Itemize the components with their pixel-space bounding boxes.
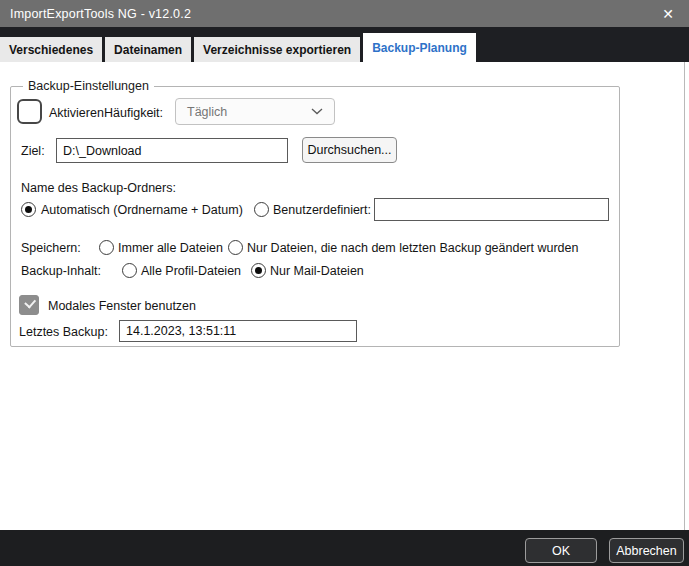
mail-files-radio[interactable] bbox=[251, 263, 266, 278]
close-icon[interactable]: ✕ bbox=[653, 0, 683, 27]
window-title: ImportExportTools NG - v12.0.2 bbox=[10, 7, 191, 21]
profile-files-label: Alle Profil-Dateien bbox=[141, 264, 241, 278]
save-all-radio[interactable] bbox=[99, 240, 114, 255]
frequency-value: Täglich bbox=[187, 105, 311, 119]
auto-name-label: Automatisch (Ordnername + Datum) bbox=[41, 203, 243, 217]
custom-name-radio[interactable] bbox=[254, 202, 269, 217]
content-mode-label: Backup-Inhalt: bbox=[21, 264, 101, 278]
activate-checkbox[interactable] bbox=[17, 99, 42, 124]
titlebar[interactable]: ImportExportTools NG - v12.0.2 ✕ bbox=[0, 0, 689, 27]
folder-name-label: Name des Backup-Ordners: bbox=[21, 181, 176, 195]
tab-verschiedenes[interactable]: Verschiedenes bbox=[0, 37, 102, 62]
last-backup-label: Letztes Backup: bbox=[19, 325, 108, 339]
groupbox-title: Backup-Einstellungen bbox=[23, 79, 154, 93]
mail-files-label: Nur Mail-Dateien bbox=[270, 264, 364, 278]
custom-name-label: Benutzerdefiniert: bbox=[273, 203, 371, 217]
dialog-window: ImportExportTools NG - v12.0.2 ✕ Verschi… bbox=[0, 0, 689, 566]
save-all-label: Immer alle Dateien bbox=[118, 241, 223, 255]
cancel-button[interactable]: Abbrechen bbox=[609, 538, 684, 563]
target-label: Ziel: bbox=[21, 144, 45, 158]
ok-button[interactable]: OK bbox=[525, 538, 597, 563]
custom-name-input[interactable] bbox=[374, 198, 609, 221]
dialog-footer: OK Abbrechen bbox=[0, 530, 689, 566]
tab-backup-planung[interactable]: Backup-Planung bbox=[363, 33, 476, 62]
tab-panel-backup-planung: Backup-Einstellungen Aktivieren Häufigke… bbox=[0, 62, 689, 530]
target-path-input[interactable] bbox=[56, 138, 288, 163]
save-mode-label: Speichern: bbox=[21, 241, 81, 255]
tab-bar: Verschiedenes Dateinamen Verzeichnisse e… bbox=[0, 30, 689, 62]
save-changed-label: Nur Dateien, die nach dem letzten Backup… bbox=[247, 241, 578, 255]
backup-settings-groupbox: Backup-Einstellungen Aktivieren Häufigke… bbox=[10, 86, 620, 347]
frequency-select[interactable]: Täglich bbox=[175, 98, 335, 125]
frequency-label: Häufigkeit: bbox=[104, 106, 163, 120]
profile-files-radio[interactable] bbox=[122, 263, 137, 278]
save-changed-radio[interactable] bbox=[228, 240, 243, 255]
modal-window-checkbox[interactable] bbox=[19, 295, 39, 315]
activate-label: Aktivieren bbox=[49, 106, 104, 120]
browse-button[interactable]: Durchsuchen... bbox=[302, 137, 397, 163]
modal-window-label: Modales Fenster benutzen bbox=[48, 299, 196, 313]
auto-name-radio[interactable] bbox=[21, 202, 36, 217]
tab-dateinamen[interactable]: Dateinamen bbox=[105, 37, 191, 62]
tab-verzeichnisse-exportieren[interactable]: Verzeichnisse exportieren bbox=[194, 37, 360, 62]
chevron-down-icon bbox=[311, 108, 323, 115]
last-backup-input[interactable] bbox=[119, 320, 357, 342]
